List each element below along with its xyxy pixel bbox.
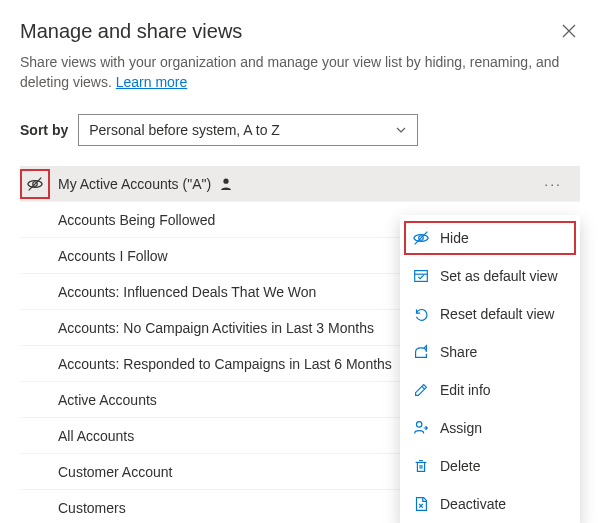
eye-hidden-icon — [412, 229, 430, 247]
view-row[interactable]: My Active Accounts ("A") ··· — [20, 166, 580, 202]
menu-item-delete[interactable]: Delete — [400, 447, 580, 485]
learn-more-link[interactable]: Learn more — [116, 74, 188, 90]
menu-item-deactivate[interactable]: Deactivate — [400, 485, 580, 523]
subtitle-text: Share views with your organization and m… — [20, 53, 580, 92]
svg-point-4 — [417, 422, 422, 427]
sortby-label: Sort by — [20, 122, 68, 138]
view-label: Accounts Being Followed — [58, 212, 215, 228]
menu-item-label: Share — [440, 344, 477, 360]
chevron-down-icon — [395, 124, 407, 136]
default-view-icon — [412, 267, 430, 285]
menu-item-label: Reset default view — [440, 306, 554, 322]
menu-item-edit-info[interactable]: Edit info — [400, 371, 580, 409]
delete-icon — [412, 457, 430, 475]
view-label: Accounts: No Campaign Activities in Last… — [58, 320, 374, 336]
undo-icon — [412, 305, 430, 323]
close-button[interactable] — [558, 20, 580, 42]
menu-item-label: Set as default view — [440, 268, 558, 284]
subtitle-pretext: Share views with your organization and m… — [20, 54, 559, 90]
more-actions-button[interactable]: ··· — [540, 172, 566, 196]
view-label: Customers — [58, 500, 126, 516]
sortby-select[interactable]: Personal before system, A to Z — [78, 114, 418, 146]
share-icon — [412, 343, 430, 361]
menu-item-label: Hide — [440, 230, 469, 246]
view-label: Accounts: Influenced Deals That We Won — [58, 284, 316, 300]
svg-rect-3 — [415, 271, 428, 282]
menu-item-label: Delete — [440, 458, 480, 474]
menu-item-hide[interactable]: Hide — [400, 219, 580, 257]
close-icon — [562, 24, 576, 38]
view-label: Active Accounts — [58, 392, 157, 408]
sortby-selected-value: Personal before system, A to Z — [89, 122, 280, 138]
eye-hidden-icon — [26, 175, 44, 193]
assign-icon — [412, 419, 430, 437]
svg-point-1 — [224, 178, 229, 183]
menu-item-label: Assign — [440, 420, 482, 436]
person-icon — [219, 177, 233, 191]
view-label: All Accounts — [58, 428, 134, 444]
view-label: My Active Accounts ("A") — [58, 176, 211, 192]
deactivate-icon — [412, 495, 430, 513]
menu-item-share[interactable]: Share — [400, 333, 580, 371]
context-menu: Hide Set as default view Reset default v… — [400, 215, 580, 523]
menu-item-reset-default[interactable]: Reset default view — [400, 295, 580, 333]
view-label: Accounts I Follow — [58, 248, 168, 264]
menu-item-assign[interactable]: Assign — [400, 409, 580, 447]
view-label: Customer Account — [58, 464, 172, 480]
hidden-indicator-highlight — [20, 169, 50, 199]
menu-item-set-default[interactable]: Set as default view — [400, 257, 580, 295]
page-title: Manage and share views — [20, 20, 242, 43]
view-label: Accounts: Responded to Campaigns in Last… — [58, 356, 392, 372]
edit-icon — [412, 381, 430, 399]
menu-item-label: Edit info — [440, 382, 491, 398]
menu-item-label: Deactivate — [440, 496, 506, 512]
